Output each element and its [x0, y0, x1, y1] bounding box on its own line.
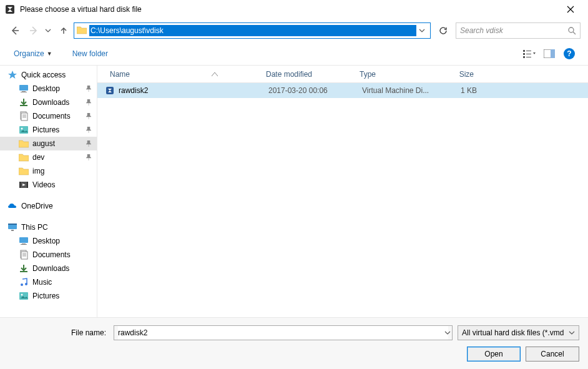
- folder-icon: [77, 26, 87, 36]
- svg-point-17: [21, 128, 23, 130]
- svg-rect-16: [19, 126, 28, 134]
- column-date[interactable]: Date modified: [261, 70, 355, 79]
- filetype-select[interactable]: All virtual hard disk files (*.vmd: [458, 325, 579, 340]
- sidebar-item-documents[interactable]: Documents: [0, 109, 97, 123]
- column-headers: Name Date modified Type Size: [97, 66, 588, 83]
- address-bar[interactable]: [74, 22, 431, 39]
- preview-pane-icon: [544, 49, 555, 58]
- organize-label: Organize: [14, 49, 44, 58]
- folder-icon: [19, 152, 29, 162]
- new-folder-button[interactable]: New folder: [69, 47, 112, 61]
- pin-icon: [86, 113, 92, 119]
- sidebar-item-pictures[interactable]: Pictures: [0, 123, 97, 137]
- svg-rect-25: [22, 244, 26, 244]
- vmdk-icon: [105, 86, 115, 96]
- svg-rect-29: [20, 271, 27, 272]
- sidebar-item-img[interactable]: img: [0, 164, 97, 178]
- sidebar-quick-access[interactable]: Quick access: [0, 68, 97, 82]
- address-input[interactable]: [89, 25, 416, 36]
- recent-locations-button[interactable]: [45, 27, 54, 34]
- search-box[interactable]: [456, 22, 581, 39]
- svg-rect-4: [523, 53, 525, 55]
- search-input[interactable]: [460, 26, 567, 35]
- filetype-label: All virtual hard disk files (*.vmd: [462, 328, 564, 337]
- svg-rect-3: [526, 51, 531, 51]
- file-name: rawdisk2: [119, 86, 263, 95]
- cancel-button[interactable]: Cancel: [526, 347, 579, 362]
- documents-icon: [19, 111, 29, 121]
- arrow-left-icon: [10, 26, 20, 36]
- view-options-button[interactable]: [521, 46, 538, 61]
- sidebar-item-music[interactable]: Music: [0, 275, 97, 289]
- sidebar-item-august[interactable]: august: [0, 137, 97, 150]
- videos-icon: [19, 180, 29, 190]
- svg-point-1: [569, 27, 574, 32]
- svg-rect-32: [19, 292, 28, 300]
- pin-icon: [86, 140, 92, 147]
- svg-rect-24: [19, 237, 28, 243]
- pin-icon: [86, 154, 92, 160]
- refresh-button[interactable]: [434, 22, 452, 39]
- address-dropdown-button[interactable]: [416, 27, 428, 34]
- sidebar-item-pictures[interactable]: Pictures: [0, 289, 97, 303]
- chevron-down-icon: [569, 330, 575, 336]
- pictures-icon: [19, 291, 29, 301]
- downloads-icon: [19, 263, 29, 273]
- folder-icon: [19, 139, 29, 149]
- music-icon: [19, 277, 29, 287]
- filename-dropdown-button[interactable]: [444, 330, 451, 336]
- sidebar-onedrive[interactable]: OneDrive: [0, 199, 97, 213]
- sidebar-this-pc[interactable]: This PC: [0, 220, 97, 234]
- svg-rect-12: [21, 92, 27, 92]
- pin-icon: [86, 99, 92, 106]
- arrow-right-icon: [29, 26, 39, 36]
- column-name[interactable]: Name: [105, 70, 261, 79]
- file-row[interactable]: rawdisk22017-03-20 00:06Virtual Machine …: [97, 83, 588, 98]
- svg-rect-2: [523, 50, 525, 52]
- sidebar-item-downloads[interactable]: Downloads: [0, 262, 97, 275]
- up-button[interactable]: [57, 23, 70, 38]
- open-button[interactable]: Open: [467, 347, 521, 362]
- svg-rect-9: [551, 49, 555, 58]
- file-type: Virtual Machine Di...: [357, 86, 438, 95]
- back-button[interactable]: [7, 23, 22, 38]
- sidebar-item-desktop[interactable]: Desktop: [0, 82, 97, 96]
- navigation-bar: [0, 19, 588, 42]
- chevron-down-icon: ▼: [47, 51, 52, 57]
- sidebar-item-dev[interactable]: dev: [0, 150, 97, 164]
- svg-rect-20: [27, 182, 28, 188]
- pin-icon: [86, 127, 92, 133]
- file-size: 1 KB: [438, 86, 482, 95]
- chevron-down-icon: [419, 27, 425, 34]
- pc-icon: [7, 222, 17, 232]
- downloads-icon: [19, 97, 29, 107]
- svg-rect-6: [523, 56, 525, 58]
- file-rows-container: rawdisk22017-03-20 00:06Virtual Machine …: [97, 83, 588, 98]
- forward-button[interactable]: [26, 23, 41, 38]
- navigation-sidebar[interactable]: Quick accessDesktopDownloadsDocumentsPic…: [0, 66, 97, 317]
- sidebar-item-desktop[interactable]: Desktop: [0, 234, 97, 248]
- sidebar-item-videos[interactable]: Videos: [0, 178, 97, 192]
- svg-rect-23: [11, 230, 14, 231]
- close-button[interactable]: [558, 0, 583, 19]
- svg-rect-28: [21, 252, 27, 259]
- dialog-footer: File name: All virtual hard disk files (…: [0, 317, 588, 369]
- svg-rect-13: [20, 105, 27, 106]
- filename-label: File name:: [9, 328, 109, 337]
- filename-input[interactable]: [118, 326, 448, 340]
- svg-rect-15: [21, 113, 27, 121]
- column-size[interactable]: Size: [436, 70, 479, 79]
- sidebar-item-downloads[interactable]: Downloads: [0, 96, 97, 109]
- column-type[interactable]: Type: [355, 70, 436, 79]
- svg-rect-10: [19, 85, 28, 91]
- sidebar-item-documents[interactable]: Documents: [0, 248, 97, 262]
- file-date: 2017-03-20 00:06: [263, 86, 357, 95]
- command-toolbar: Organize ▼ New folder ?: [0, 42, 588, 66]
- organize-button[interactable]: Organize ▼: [10, 47, 56, 61]
- filename-input-wrapper[interactable]: [114, 325, 453, 340]
- help-button[interactable]: ?: [561, 46, 578, 61]
- preview-pane-button[interactable]: [541, 46, 558, 61]
- sort-arrow-icon: [212, 72, 218, 76]
- svg-rect-22: [8, 224, 17, 225]
- desktop-icon: [19, 236, 29, 246]
